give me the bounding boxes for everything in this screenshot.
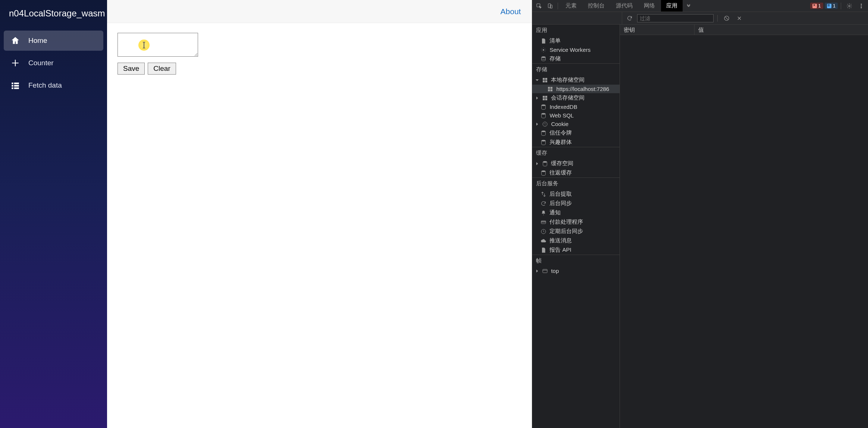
tree-section-cache: 缓存	[532, 147, 620, 159]
nav-item-label: Counter	[28, 59, 54, 67]
svg-rect-12	[543, 80, 545, 82]
svg-point-26	[545, 123, 546, 124]
tree-label: top	[551, 268, 559, 274]
tree-indexeddb[interactable]: IndexedDB	[532, 103, 620, 111]
tree-notifications[interactable]: 通知	[532, 208, 620, 217]
blazor-app: n04LocalStorage_wasm Home Counter Fetch …	[0, 0, 532, 428]
devtools-tabs: 元素 控制台 源代码 网络 应用 1 1	[532, 0, 868, 12]
tab-sources[interactable]: 源代码	[611, 0, 638, 12]
svg-rect-21	[545, 98, 547, 100]
tree-local-storage-origin[interactable]: https://localhost:7286	[532, 85, 620, 93]
svg-rect-18	[543, 96, 545, 98]
tree-label: Cookie	[551, 121, 568, 127]
nav-item-counter[interactable]: Counter	[4, 53, 103, 73]
tree-frame-top[interactable]: top	[532, 267, 620, 275]
tree-push-messaging[interactable]: 推送消息	[532, 236, 620, 245]
transfer-icon	[540, 191, 546, 197]
tree-cache-storage[interactable]: 缓存空间	[532, 159, 620, 168]
tree-label: 往返缓存	[549, 169, 572, 176]
svg-rect-14	[548, 87, 550, 89]
svg-rect-19	[545, 96, 547, 98]
tree-label: 存储	[549, 55, 561, 62]
error-badge[interactable]: 1	[810, 3, 823, 9]
tree-local-storage[interactable]: 本地存储空间	[532, 75, 620, 85]
delete-icon[interactable]	[734, 13, 745, 23]
storage-table: 密钥 值	[620, 25, 868, 428]
tree-bg-fetch[interactable]: 后台提取	[532, 189, 620, 199]
database-icon	[540, 139, 546, 145]
database-icon	[542, 161, 548, 167]
column-value[interactable]: 值	[695, 25, 868, 35]
nav-item-fetchdata[interactable]: Fetch data	[4, 75, 103, 95]
tree-periodic-bg-sync[interactable]: 定期后台同步	[532, 227, 620, 236]
filter-input[interactable]	[637, 14, 714, 22]
tree-label: IndexedDB	[549, 104, 577, 110]
settings-icon[interactable]	[844, 1, 855, 11]
svg-rect-11	[545, 78, 547, 80]
tree-bf-cache[interactable]: 往返缓存	[532, 168, 620, 177]
chevron-right-icon	[535, 96, 539, 100]
tab-console[interactable]: 控制台	[583, 0, 610, 12]
sync-icon	[540, 201, 546, 207]
tree-trust-tokens[interactable]: 信任令牌	[532, 128, 620, 138]
devtools-panel: 元素 控制台 源代码 网络 应用 1 1	[532, 0, 868, 428]
tree-payment-handler[interactable]: 付款处理程序	[532, 217, 620, 227]
tree-storage-overview[interactable]: 存储	[532, 54, 620, 63]
column-key[interactable]: 密钥	[620, 25, 695, 35]
svg-point-31	[542, 170, 546, 172]
cloud-icon	[540, 238, 546, 244]
more-tabs-icon[interactable]	[683, 1, 694, 11]
tree-websql[interactable]: Web SQL	[532, 111, 620, 120]
tree-cookies[interactable]: Cookie	[532, 120, 620, 128]
svg-rect-16	[548, 89, 550, 91]
tree-manifest[interactable]: 清单	[532, 36, 620, 45]
info-badge[interactable]: 1	[825, 3, 838, 9]
refresh-icon[interactable]	[624, 13, 635, 23]
page-content: Save Clear	[107, 23, 532, 84]
grid-icon	[542, 77, 548, 83]
nav-item-home[interactable]: Home	[4, 31, 103, 51]
svg-rect-17	[551, 89, 552, 91]
kebab-menu-icon[interactable]	[856, 1, 867, 11]
tree-label: 本地存储空间	[551, 76, 585, 84]
tree-session-storage[interactable]: 会话存储空间	[532, 93, 620, 103]
document-icon	[540, 247, 546, 253]
clear-button[interactable]: Clear	[148, 63, 176, 75]
svg-point-3	[849, 5, 850, 7]
storage-textarea[interactable]	[117, 33, 198, 57]
about-link[interactable]: About	[501, 7, 521, 16]
clear-all-icon[interactable]	[721, 13, 732, 23]
database-icon	[540, 170, 546, 176]
tab-network[interactable]: 网络	[639, 0, 660, 12]
error-count: 1	[818, 3, 821, 9]
device-toggle-icon[interactable]	[545, 1, 555, 11]
save-button[interactable]: Save	[117, 63, 145, 75]
gear-icon	[540, 47, 546, 53]
main-area: About Save Clear	[107, 0, 532, 428]
table-header: 密钥 值	[620, 25, 868, 35]
database-icon	[540, 113, 546, 119]
separator	[717, 15, 718, 22]
table-body-empty	[620, 35, 868, 428]
svg-point-22	[542, 104, 546, 106]
tree-label: 报告 API	[549, 246, 571, 254]
separator	[558, 3, 558, 9]
grid-icon	[547, 86, 553, 92]
chevron-right-icon	[535, 122, 539, 126]
tree-service-workers[interactable]: Service Workers	[532, 45, 620, 54]
topbar: About	[107, 0, 532, 23]
separator	[841, 3, 841, 9]
tree-reporting-api[interactable]: 报告 API	[532, 245, 620, 255]
cookie-icon	[542, 121, 548, 127]
inspect-element-icon[interactable]	[534, 1, 544, 11]
tree-label: 后台同步	[549, 200, 572, 207]
info-count: 1	[833, 3, 836, 9]
tree-bg-sync[interactable]: 后台同步	[532, 199, 620, 208]
tree-label: https://localhost:7286	[556, 86, 609, 92]
tab-application[interactable]: 应用	[661, 0, 683, 12]
tree-interest-groups[interactable]: 兴趣群体	[532, 138, 620, 147]
tree-label: 兴趣群体	[549, 139, 572, 146]
window-icon	[542, 268, 548, 274]
tab-elements[interactable]: 元素	[560, 0, 582, 12]
svg-point-30	[543, 161, 547, 163]
